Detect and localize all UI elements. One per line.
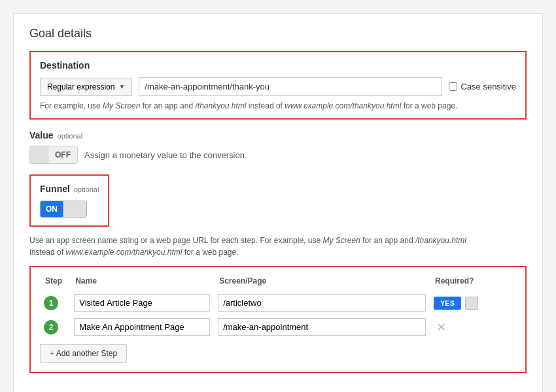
- page-container: Goal details Destination Regular express…: [13, 13, 543, 392]
- funnel-optional: optional: [74, 186, 99, 193]
- value-header: Value optional: [29, 130, 527, 140]
- table-header-row: Step Name Screen/Page Required?: [40, 274, 516, 291]
- page-title: Goal details: [29, 27, 527, 41]
- toggle-on-thumb: [63, 201, 86, 217]
- table-row: 1YES: [40, 291, 516, 315]
- table-row: 2✕: [40, 315, 516, 339]
- destination-label: Destination: [40, 60, 516, 71]
- funnel-toggle[interactable]: ON: [40, 201, 87, 218]
- case-sensitive-checkbox[interactable]: [449, 82, 457, 91]
- case-sensitive-label: Case sensitive: [460, 82, 516, 91]
- destination-hint: For example, use My Screen for an app an…: [40, 101, 516, 110]
- step-page-input-1[interactable]: [218, 294, 426, 312]
- step-number-2: 2: [44, 320, 58, 335]
- destination-input[interactable]: [139, 77, 442, 96]
- value-toggle[interactable]: OFF: [29, 146, 78, 164]
- value-label: Value: [29, 130, 54, 140]
- step-number-1: 1: [44, 296, 58, 310]
- destination-section: Destination Regular expression ▼ Case se…: [29, 51, 527, 120]
- step-name-input-2[interactable]: [74, 318, 210, 336]
- assign-text: Assign a monetary value to the conversio…: [84, 150, 247, 160]
- funnel-label: Funnel: [40, 184, 70, 194]
- value-toggle-row: OFF Assign a monetary value to the conve…: [29, 146, 527, 164]
- funnel-toggle-section: Funnel optional ON: [29, 174, 109, 227]
- yes-button-1[interactable]: YES: [434, 297, 461, 310]
- col-header-step: Step: [40, 274, 70, 291]
- case-sensitive-group: Case sensitive: [449, 82, 516, 91]
- regex-dropdown[interactable]: Regular expression ▼: [40, 78, 132, 96]
- toggle-thumb: [30, 146, 48, 163]
- funnel-table: Step Name Screen/Page Required? 1YES2✕: [40, 274, 516, 339]
- add-step-button[interactable]: + Add another Step: [40, 344, 127, 363]
- funnel-header: Funnel optional: [40, 184, 99, 194]
- destination-row: Regular expression ▼ Case sensitive: [40, 77, 516, 96]
- required-toggle-1: YES: [434, 297, 512, 310]
- required-thumb-1: [465, 297, 478, 310]
- regex-dropdown-label: Regular expression: [47, 82, 114, 91]
- value-optional: optional: [58, 132, 83, 140]
- step-page-input-2[interactable]: [218, 318, 426, 336]
- col-header-required: Required?: [430, 274, 516, 291]
- delete-step-icon-2[interactable]: ✕: [436, 321, 446, 334]
- dropdown-arrow-icon: ▼: [118, 83, 125, 90]
- step-name-input-1[interactable]: [74, 294, 210, 312]
- toggle-on-label: ON: [41, 201, 63, 217]
- toggle-off-label: OFF: [48, 148, 77, 162]
- funnel-table-box: Step Name Screen/Page Required? 1YES2✕ +…: [29, 266, 527, 373]
- col-header-page: Screen/Page: [214, 274, 430, 291]
- value-section: Value optional OFF Assign a monetary val…: [29, 130, 527, 164]
- funnel-hint: Use an app screen name string or a web p…: [29, 235, 527, 258]
- col-header-name: Name: [70, 274, 214, 291]
